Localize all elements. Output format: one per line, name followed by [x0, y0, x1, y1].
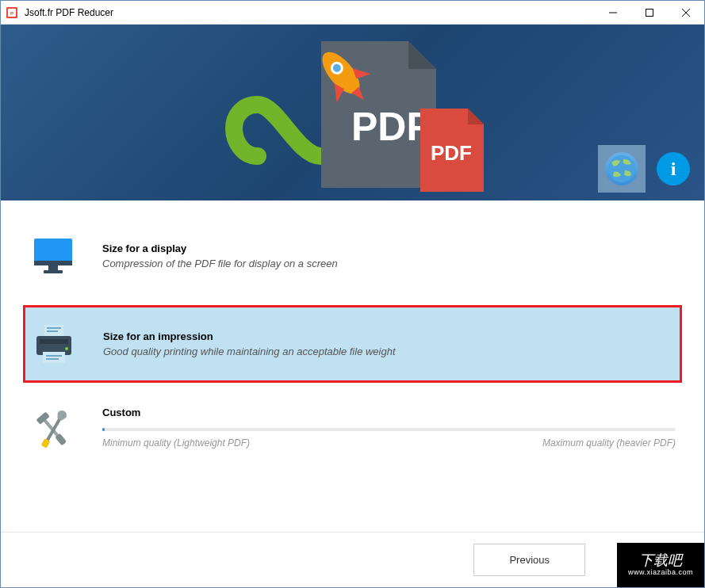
option-display[interactable]: Size for a display Compression of the PD…: [25, 224, 680, 288]
footer: Previous: [1, 532, 704, 587]
window-controls: [595, 1, 704, 25]
svg-rect-17: [44, 270, 63, 273]
svg-text:PDF: PDF: [351, 105, 431, 149]
svg-text:P: P: [10, 11, 13, 16]
banner-artwork: PDF PDF: [218, 29, 488, 196]
option-display-title: Size for a display: [102, 242, 338, 254]
slider-min-label: Minimum quality (Lightweight PDF): [102, 437, 250, 449]
svg-rect-26: [46, 358, 59, 360]
slider-max-label: Maximum quality (heavier PDF): [542, 437, 676, 449]
svg-rect-15: [34, 261, 72, 265]
main-content: Size for a display Compression of the PD…: [1, 200, 704, 533]
minimize-button[interactable]: [595, 1, 631, 25]
close-button[interactable]: [668, 1, 704, 25]
option-impression-title: Size for an impression: [103, 330, 396, 342]
site-watermark: 下载吧 www.xiazaiba.com: [617, 543, 704, 587]
svg-rect-24: [43, 352, 65, 363]
globe-icon: [605, 152, 638, 185]
app-icon: P: [6, 6, 18, 19]
titlebar: P Jsoft.fr PDF Reducer: [1, 1, 704, 25]
svg-text:PDF: PDF: [431, 141, 472, 165]
option-impression-desc: Good quality printing while maintaining …: [103, 346, 396, 357]
option-impression[interactable]: Size for an impression Good quality prin…: [23, 305, 682, 383]
svg-rect-4: [646, 9, 653, 16]
printer-icon: [30, 320, 78, 368]
previous-button[interactable]: Previous: [473, 544, 585, 576]
svg-point-13: [608, 155, 635, 182]
svg-rect-20: [47, 330, 58, 332]
watermark-url: www.xiazaiba.com: [628, 569, 693, 577]
info-button[interactable]: i: [657, 152, 690, 185]
quality-slider[interactable]: [102, 428, 676, 431]
svg-point-23: [65, 347, 68, 350]
tools-icon: [29, 407, 77, 454]
watermark-text: 下载吧: [639, 553, 682, 569]
svg-rect-14: [34, 239, 72, 264]
language-button[interactable]: [598, 145, 646, 193]
monitor-icon: [29, 232, 77, 280]
option-custom[interactable]: Custom Minimum quality (Lightweight PDF)…: [25, 399, 680, 462]
window-title: Jsoft.fr PDF Reducer: [25, 7, 113, 18]
svg-rect-16: [48, 265, 58, 270]
option-custom-title: Custom: [102, 407, 676, 418]
svg-rect-19: [47, 327, 61, 329]
svg-rect-25: [46, 355, 62, 357]
maximize-button[interactable]: [631, 1, 668, 25]
header-banner: PDF PDF: [1, 25, 704, 200]
option-display-desc: Compression of the PDF file for display …: [102, 258, 338, 269]
info-icon: i: [671, 158, 676, 180]
svg-rect-22: [40, 339, 68, 344]
